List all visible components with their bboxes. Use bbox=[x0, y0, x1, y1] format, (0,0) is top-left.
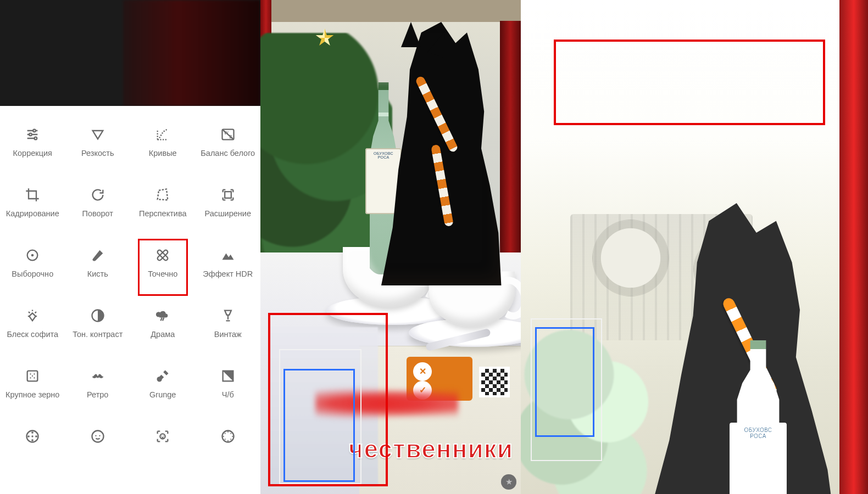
tool-perspective[interactable]: Перспектива bbox=[130, 176, 196, 237]
annotation-target bbox=[535, 327, 594, 437]
svg-point-0 bbox=[33, 130, 36, 132]
tool-grainy-film[interactable]: Крупное зерно bbox=[0, 357, 65, 418]
svg-point-14 bbox=[34, 373, 35, 374]
tank-wheel bbox=[592, 220, 669, 296]
qr-code bbox=[479, 367, 510, 397]
tool-head-pose[interactable] bbox=[130, 418, 196, 478]
tool-grunge[interactable]: Grunge bbox=[130, 357, 196, 418]
rotate-icon bbox=[89, 186, 107, 204]
bottle-label: ОБУХОВС РОСА bbox=[730, 423, 787, 494]
tool-curves[interactable]: Кривые bbox=[130, 116, 196, 176]
tool-retrolux[interactable]: Ретро bbox=[65, 357, 131, 418]
svg-text:B: B bbox=[229, 134, 232, 139]
triangle-down-icon bbox=[89, 126, 107, 143]
svg-rect-9 bbox=[157, 249, 169, 261]
photo-original: ОБУХОВС РОСА чественники bbox=[260, 0, 521, 494]
tool-brush[interactable]: Кисть bbox=[65, 237, 131, 297]
bottle-brand: ОБУХОВС bbox=[374, 151, 393, 155]
film-grain-icon bbox=[24, 367, 41, 385]
tool-rotate[interactable]: Поворот bbox=[65, 176, 131, 237]
tool-tune[interactable]: Коррекция bbox=[0, 116, 65, 176]
svg-point-21 bbox=[31, 439, 34, 441]
target-dot-icon bbox=[24, 246, 41, 264]
svg-point-26 bbox=[95, 435, 96, 436]
tool-healing[interactable]: Точечно bbox=[130, 237, 196, 297]
half-circle-icon bbox=[89, 307, 107, 324]
tool-selective[interactable]: Выборочно bbox=[0, 237, 65, 297]
tool-details[interactable]: Резкость bbox=[65, 116, 131, 176]
tool-label: Перспектива bbox=[139, 209, 187, 218]
tool-label: Кадрирование bbox=[6, 209, 59, 218]
tool-drama[interactable]: Драма bbox=[130, 297, 196, 357]
radial-dots-icon bbox=[219, 428, 237, 445]
bottle-brand: РОСА bbox=[750, 433, 766, 439]
tool-label: Резкость bbox=[81, 149, 114, 158]
svg-rect-6 bbox=[225, 192, 231, 198]
svg-point-25 bbox=[92, 431, 103, 442]
tool-expand[interactable]: Расширение bbox=[196, 176, 261, 237]
film-reel-icon bbox=[24, 428, 41, 445]
svg-point-2 bbox=[35, 137, 37, 140]
tool-crop[interactable]: Кадрирование bbox=[0, 176, 65, 237]
svg-point-36 bbox=[224, 433, 225, 434]
guitar-icon bbox=[154, 367, 171, 385]
svg-point-13 bbox=[30, 373, 31, 374]
mountains-icon bbox=[219, 246, 237, 264]
tool-hdr[interactable]: Эффект HDR bbox=[196, 237, 261, 297]
spotlight-icon bbox=[24, 307, 41, 324]
tool-white-balance[interactable]: WB Баланс белого bbox=[196, 116, 261, 176]
tools-grid: Коррекция Резкость Кривые WB Баланс бело… bbox=[0, 106, 260, 494]
tool-label: Коррекция bbox=[13, 149, 52, 158]
perspective-icon bbox=[154, 186, 171, 204]
tool-label: Точечно bbox=[148, 270, 177, 279]
svg-point-34 bbox=[223, 436, 224, 437]
svg-point-20 bbox=[31, 431, 34, 434]
brush-icon bbox=[89, 246, 107, 264]
sliders-icon bbox=[24, 126, 41, 143]
tool-label: Расширение bbox=[204, 209, 251, 218]
svg-point-8 bbox=[31, 254, 34, 257]
svg-text:W: W bbox=[224, 131, 229, 136]
svg-point-16 bbox=[34, 377, 35, 378]
tool-label: Кисть bbox=[87, 270, 108, 279]
tool-glamour[interactable]: Блеск софита bbox=[0, 297, 65, 357]
svg-point-24 bbox=[32, 435, 34, 437]
expand-icon bbox=[219, 186, 237, 204]
tool-label: Grunge bbox=[149, 390, 176, 400]
tool-label: Винтаж bbox=[214, 330, 242, 339]
svg-point-22 bbox=[27, 435, 30, 437]
svg-point-35 bbox=[232, 436, 233, 437]
svg-point-17 bbox=[32, 375, 33, 377]
tool-label: Кривые bbox=[149, 149, 177, 158]
tool-tonal-contrast[interactable]: Тон. контраст bbox=[65, 297, 131, 357]
curves-icon bbox=[154, 126, 171, 143]
svg-point-15 bbox=[30, 377, 31, 378]
svg-point-29 bbox=[162, 436, 163, 437]
svg-rect-10 bbox=[157, 249, 169, 261]
tool-label: Ретро bbox=[87, 390, 108, 400]
face-icon bbox=[89, 428, 107, 445]
wb-icon: WB bbox=[219, 126, 237, 143]
tool-label: Блеск софита bbox=[7, 330, 58, 339]
tool-vintage[interactable]: Винтаж bbox=[196, 297, 261, 357]
tool-label: Драма bbox=[151, 330, 175, 339]
crop-icon bbox=[24, 186, 41, 204]
annotation-target bbox=[283, 369, 355, 482]
favorite-star-icon[interactable] bbox=[501, 474, 516, 490]
svg-point-32 bbox=[227, 431, 229, 433]
tool-bw[interactable]: Ч/б bbox=[196, 357, 261, 418]
image-preview-strip bbox=[0, 0, 260, 106]
tool-label: Тон. контраст bbox=[73, 330, 123, 339]
bandage-icon bbox=[154, 246, 171, 264]
curtain bbox=[839, 0, 868, 494]
svg-point-23 bbox=[35, 435, 37, 437]
storm-cloud-icon bbox=[154, 307, 171, 324]
tool-portrait[interactable] bbox=[65, 418, 131, 478]
svg-point-37 bbox=[230, 433, 231, 434]
curtain bbox=[500, 21, 521, 257]
tool-lens-blur[interactable] bbox=[196, 418, 261, 478]
tool-noir[interactable] bbox=[0, 418, 65, 478]
svg-point-39 bbox=[230, 439, 231, 440]
annotation-red-top bbox=[554, 40, 825, 125]
tool-label: Выборочно bbox=[12, 270, 53, 279]
